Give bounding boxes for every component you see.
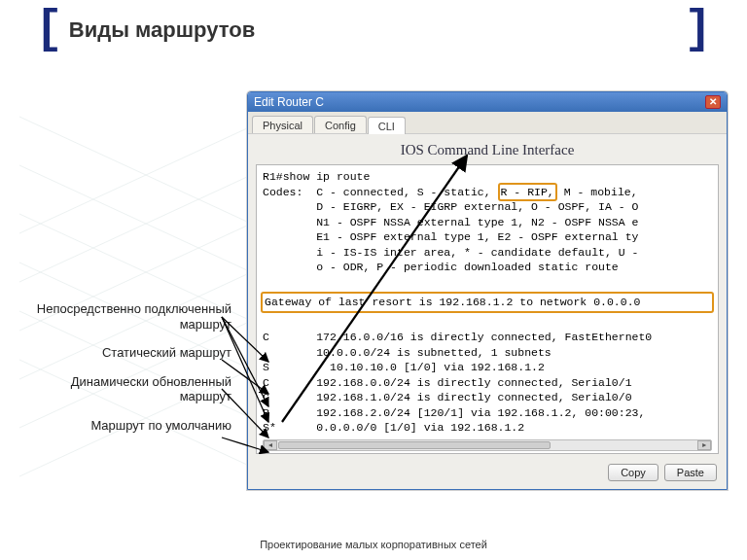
paste-button[interactable]: Paste [664,464,717,481]
label-dynamic-route: Динамически обновленный маршрут [27,374,231,404]
router-edit-dialog: Edit Router C ✕ Physical Config CLI IOS … [247,91,728,490]
tab-physical[interactable]: Physical [252,116,313,133]
scroll-right-icon[interactable]: ► [697,440,711,450]
slide-footer: Проектирование малых корпоративных сетей [0,539,747,550]
bracket-right-icon: ] [684,14,712,47]
scroll-left-icon[interactable]: ◄ [264,440,277,450]
dialog-button-row: Copy Paste [248,460,727,489]
scrollbar-thumb[interactable] [278,441,551,449]
route-type-labels: Непосредственно подключенный маршрут Ста… [27,301,231,447]
tab-config[interactable]: Config [314,116,367,133]
close-icon[interactable]: ✕ [705,95,721,109]
cli-terminal[interactable]: R1#show ip route Codes: C - connected, S… [256,164,719,454]
slide-title: Виды маршрутов [69,18,255,43]
label-static-route: Статический маршрут [27,345,231,361]
dialog-title: Edit Router C [254,95,324,109]
slide-title-bar: [ Виды маршрутов ] [35,14,712,47]
label-default-route: Маршрут по умолчанию [27,418,231,434]
horizontal-scrollbar[interactable]: ◄ ► [263,439,712,451]
tab-cli[interactable]: CLI [368,117,406,134]
label-connected-route: Непосредственно подключенный маршрут [27,301,231,332]
highlight-rip-code: R - RIP, [498,183,557,202]
bracket-left-icon: [ [35,14,63,47]
copy-button[interactable]: Copy [608,464,658,481]
dialog-titlebar[interactable]: Edit Router C ✕ [248,92,727,112]
highlight-gateway-line: Gateway of last resort is 192.168.1.2 to… [261,292,714,313]
cli-subtitle: IOS Command Line Interface [248,133,727,164]
dialog-tabs: Physical Config CLI [248,112,727,133]
